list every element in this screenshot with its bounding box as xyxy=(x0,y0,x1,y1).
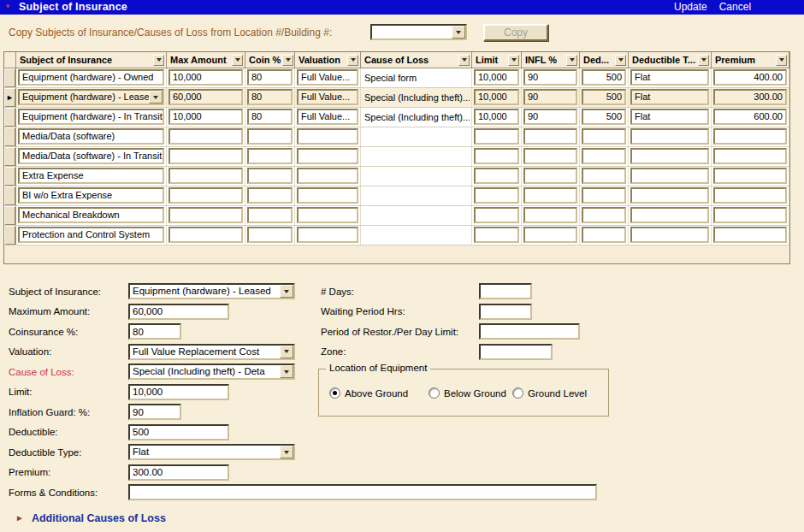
cell-coin[interactable]: 80 xyxy=(247,89,293,105)
cell-premium[interactable]: 400.00 xyxy=(713,69,787,86)
valuation-select[interactable]: Full Value Replacement Cost xyxy=(128,344,295,360)
cell-limit[interactable] xyxy=(474,207,519,223)
cell-deductible[interactable] xyxy=(582,128,626,145)
cell-infl[interactable] xyxy=(523,168,577,184)
cell-coin[interactable]: 80 xyxy=(247,109,293,125)
row-selector[interactable]: ► xyxy=(4,68,16,87)
cell-limit[interactable] xyxy=(474,128,519,145)
cell-limit[interactable]: 10,000 xyxy=(474,89,519,105)
cell-deductible[interactable] xyxy=(582,187,626,204)
cell-cause-of-loss[interactable]: Special (Including theft)... xyxy=(363,109,470,127)
additional-causes-section[interactable]: ► Additional Causes of Loss xyxy=(15,512,166,524)
cell-deductible[interactable]: 500 xyxy=(582,69,626,86)
cell-limit[interactable] xyxy=(474,227,519,243)
cell-deductible-type[interactable]: Flat xyxy=(630,89,709,105)
cell-coin[interactable]: 80 xyxy=(247,69,293,86)
row-selector[interactable]: ► xyxy=(4,88,16,107)
cell-deductible-type[interactable] xyxy=(630,148,709,164)
cell-subject[interactable]: Protection and Control System xyxy=(18,227,164,243)
cell-infl[interactable]: 90 xyxy=(523,69,577,86)
cell-premium[interactable] xyxy=(713,128,787,145)
location-building-combo[interactable] xyxy=(370,24,467,40)
cell-cause-of-loss[interactable]: Special (Including theft)... xyxy=(363,89,470,107)
cell-valuation[interactable] xyxy=(297,168,358,184)
cell-subject[interactable]: Mechanical Breakdown xyxy=(18,207,164,223)
column-dropdown-button[interactable] xyxy=(282,55,293,66)
column-dropdown-button[interactable] xyxy=(508,55,519,66)
cell-subject[interactable]: Equipment (hardware) - Leased xyxy=(18,89,164,105)
cell-max-amount[interactable] xyxy=(168,148,243,164)
cell-coin[interactable] xyxy=(247,207,293,223)
cell-premium[interactable]: 600.00 xyxy=(713,109,787,125)
cell-deductible[interactable]: 500 xyxy=(582,89,626,105)
column-dropdown-button[interactable] xyxy=(232,55,243,66)
cell-coin[interactable] xyxy=(247,187,293,204)
combo-dropdown-arrow-icon[interactable] xyxy=(452,26,465,38)
cell-max-amount[interactable] xyxy=(168,187,243,204)
cell-deductible[interactable] xyxy=(582,148,626,164)
column-dropdown-button[interactable] xyxy=(347,55,358,66)
cell-limit[interactable]: 10,000 xyxy=(474,69,519,86)
cell-deductible-type[interactable] xyxy=(630,168,709,184)
cell-max-amount[interactable]: 60,000 xyxy=(168,89,243,105)
period-of-restoration-input[interactable] xyxy=(479,323,580,340)
cell-deductible-type[interactable] xyxy=(630,207,709,223)
cell-subject[interactable]: Equipment (hardware) - In Transit xyxy=(18,109,164,125)
radio-ground-level[interactable]: Ground Level xyxy=(512,387,587,399)
radio-button-icon[interactable] xyxy=(512,387,523,399)
cell-limit[interactable]: 10,000 xyxy=(474,109,519,125)
column-dropdown-button[interactable] xyxy=(776,55,787,66)
column-dropdown-button[interactable] xyxy=(458,55,470,66)
combo-dropdown-arrow-icon[interactable] xyxy=(280,285,293,298)
copy-button[interactable]: Copy xyxy=(483,24,548,41)
cell-infl[interactable] xyxy=(523,227,577,243)
cell-limit[interactable] xyxy=(474,187,519,204)
cell-limit[interactable] xyxy=(474,168,519,184)
cell-subject[interactable]: Equipment (hardware) - Owned xyxy=(18,69,164,86)
cell-infl[interactable] xyxy=(523,128,577,145)
cell-infl[interactable] xyxy=(523,148,577,164)
cell-deductible-type[interactable] xyxy=(630,187,709,204)
section-expanded-triangle-icon[interactable]: ▼ xyxy=(4,2,11,12)
cell-valuation[interactable]: Full Value... xyxy=(297,89,358,105)
cell-deductible[interactable] xyxy=(582,227,626,243)
cell-deductible-type[interactable] xyxy=(630,128,709,145)
cell-deductible-type[interactable]: Flat xyxy=(630,69,709,86)
cell-premium[interactable] xyxy=(713,187,787,204)
waiting-period-input[interactable] xyxy=(479,304,532,320)
cell-valuation[interactable]: Full Value... xyxy=(297,69,358,86)
subject-combo-arrow-icon[interactable] xyxy=(149,91,163,103)
cell-max-amount[interactable] xyxy=(168,168,243,184)
column-dropdown-button[interactable] xyxy=(698,55,709,66)
cell-infl[interactable] xyxy=(523,207,577,223)
cell-subject[interactable]: BI w/o Extra Expense xyxy=(18,187,164,204)
coinsurance-input[interactable] xyxy=(128,323,181,340)
subject-of-insurance-select[interactable]: Equipment (hardware) - Leased xyxy=(128,283,295,299)
cell-premium[interactable] xyxy=(713,168,787,184)
limit-input[interactable] xyxy=(128,384,229,400)
premium-input[interactable] xyxy=(128,464,229,481)
column-dropdown-button[interactable] xyxy=(566,55,577,66)
inflation-guard-input[interactable] xyxy=(128,404,181,420)
update-link[interactable]: Update xyxy=(674,1,707,13)
cell-valuation[interactable] xyxy=(297,128,358,145)
row-selector[interactable]: ► xyxy=(4,108,16,127)
cell-infl[interactable]: 90 xyxy=(523,109,577,125)
cell-coin[interactable] xyxy=(247,128,293,145)
cell-deductible[interactable]: 500 xyxy=(582,109,626,125)
forms-conditions-input[interactable] xyxy=(128,484,597,500)
deductible-type-select[interactable]: Flat xyxy=(128,444,295,460)
cell-limit[interactable] xyxy=(474,148,519,164)
cell-valuation[interactable] xyxy=(297,207,358,223)
cell-premium[interactable] xyxy=(713,227,787,243)
cell-valuation[interactable] xyxy=(297,148,358,164)
radio-above-ground[interactable]: Above Ground xyxy=(329,387,408,399)
combo-dropdown-arrow-icon[interactable] xyxy=(280,446,293,458)
cell-premium[interactable] xyxy=(713,207,787,223)
column-dropdown-button[interactable] xyxy=(615,55,626,66)
cell-coin[interactable] xyxy=(247,168,293,184)
cell-subject[interactable]: Media/Data (software) - In Transit xyxy=(18,148,164,164)
cell-premium[interactable] xyxy=(713,148,787,164)
cell-max-amount[interactable] xyxy=(168,227,243,243)
radio-button-icon[interactable] xyxy=(429,387,440,399)
